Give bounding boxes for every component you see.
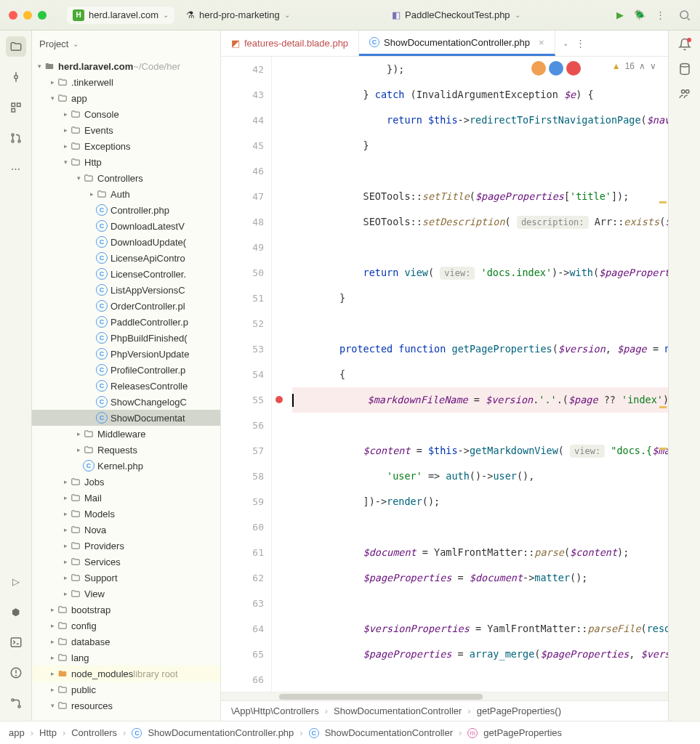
close-window[interactable] [9, 11, 17, 20]
pull-requests-icon[interactable] [6, 128, 26, 148]
notifications-icon[interactable] [678, 38, 691, 51]
commit-tool-icon[interactable] [6, 67, 26, 87]
tab-features-blade[interactable]: ◩ features-detail.blade.php [221, 31, 359, 56]
crumb-item[interactable]: Http [39, 727, 57, 738]
tree-item[interactable]: ▸Auth [32, 186, 220, 202]
tree-item[interactable]: ▸Providers [32, 538, 220, 554]
tree-item[interactable]: ▸bootstrap [32, 602, 220, 618]
current-run-config[interactable]: ◧ PaddleCheckoutTest.php ⌄ [302, 9, 611, 20]
tree-item[interactable]: CPaddleController.p [32, 314, 220, 330]
tree-item[interactable]: ▸public [32, 682, 220, 698]
chevron-down-icon: ⌄ [73, 40, 79, 48]
tree-item[interactable]: ▾Http [32, 154, 220, 170]
svg-point-18 [681, 90, 685, 94]
breakpoint-column[interactable] [272, 57, 286, 692]
tree-item[interactable]: ▸Events [32, 122, 220, 138]
tree-item[interactable]: CReleasesControlle [32, 378, 220, 394]
collab-avatars [531, 61, 581, 76]
tree-item[interactable]: CShowChangelogC [32, 394, 220, 410]
tree-item[interactable]: CDownloadUpdate( [32, 234, 220, 250]
minimap[interactable] [658, 84, 668, 670]
minimize-window[interactable] [23, 11, 32, 20]
tree-item[interactable]: ▸Exceptions [32, 138, 220, 154]
code-content[interactable]: }); } catch (InvalidArgumentException $e… [286, 57, 668, 692]
prev-icon[interactable]: ∧ [639, 61, 645, 71]
crumb-item[interactable]: getPageProperties [483, 727, 562, 738]
tree-item[interactable]: CLicenseController. [32, 266, 220, 282]
tree-item[interactable]: ▸node_modules library root [32, 666, 220, 682]
tree-item[interactable]: ▸Requests [32, 442, 220, 458]
more-tool-icon[interactable]: ⋯ [6, 158, 26, 179]
tree-item[interactable]: CDownloadLatestV [32, 218, 220, 234]
tree-item[interactable]: CController.php [32, 202, 220, 218]
svg-point-0 [680, 11, 688, 19]
tree-item[interactable]: ▸Console [32, 106, 220, 122]
tree-item[interactable]: ▸Services [32, 554, 220, 570]
tree-item[interactable]: CLicenseApiContro [32, 250, 220, 266]
tree-item[interactable]: ▸Models [32, 506, 220, 522]
tree-item[interactable]: ▸config [32, 618, 220, 634]
tree-item[interactable]: ▸Nova [32, 522, 220, 538]
tree-item[interactable]: ▸Jobs [32, 474, 220, 490]
tree-item[interactable]: ▾resources [32, 698, 220, 713]
close-icon[interactable]: × [539, 37, 544, 48]
left-tool-strip: ⋯ ▷ ⬢ [0, 31, 32, 721]
more-icon[interactable]: ⋮ [656, 9, 665, 20]
run-icon[interactable]: ▶ [616, 9, 624, 20]
crumb-method[interactable]: getPageProperties() [477, 705, 561, 716]
tree-item[interactable]: ▸Support [32, 570, 220, 586]
crumb-item[interactable]: ShowDocumentationController [325, 727, 453, 738]
debug-icon[interactable]: 🪲 [634, 9, 645, 20]
tree-item[interactable]: CKernel.php [32, 458, 220, 474]
tree-item[interactable]: CShowDocumentat [32, 410, 220, 426]
inspection-bar[interactable]: ▲ 16 ∧ ∨ [612, 61, 656, 71]
project-header[interactable]: Project ⌄ [32, 31, 220, 57]
project-name: herd.laravel.com [89, 9, 158, 20]
search-icon[interactable] [678, 9, 691, 22]
tree-item[interactable]: CPhpVersionUpdate [32, 346, 220, 362]
crumb-item[interactable]: ShowDocumentationController.php [148, 727, 294, 738]
project-icon: H [73, 9, 84, 21]
class-icon: C [369, 37, 379, 47]
editor-breadcrumb[interactable]: \App\Http\Controllers› ShowDocumentation… [221, 700, 668, 721]
vcs-tool-icon[interactable] [6, 693, 26, 713]
window-controls [9, 11, 47, 20]
code-with-me-icon[interactable] [678, 87, 691, 100]
tab-show-documentation[interactable]: C ShowDocumentationController.php × [359, 31, 555, 56]
tree-item[interactable]: CListAppVersionsC [32, 282, 220, 298]
tree-item[interactable]: ▸lang [32, 650, 220, 666]
crumb-item[interactable]: Controllers [71, 727, 117, 738]
project-selector-1[interactable]: H herd.laravel.com ⌄ [67, 7, 174, 24]
database-icon[interactable] [678, 62, 691, 76]
project-selector-2[interactable]: ⚗ herd-pro-marketing ⌄ [180, 7, 296, 23]
tree-item[interactable]: COrderController.pl [32, 298, 220, 314]
crumb-item[interactable]: app [9, 727, 25, 738]
terminal-tool-icon[interactable] [6, 632, 26, 652]
project-tree[interactable]: ▾herd.laravel.com ~/Code/her▸.tinkerwell… [32, 57, 220, 721]
tree-item[interactable]: CPhpBuildFinished( [32, 330, 220, 346]
code-area[interactable]: 4243444546474849505152535455565758596061… [221, 57, 668, 692]
more-icon[interactable]: ⋮ [576, 38, 585, 49]
problems-tool-icon[interactable] [6, 663, 26, 683]
tree-item[interactable]: CProfileController.p [32, 362, 220, 378]
maximize-window[interactable] [38, 11, 47, 20]
chevron-down-icon[interactable]: ⌄ [563, 39, 568, 47]
crumb-namespace[interactable]: \App\Http\Controllers [231, 705, 319, 716]
structure-tool-icon[interactable] [6, 97, 26, 118]
crumb-class[interactable]: ShowDocumentationController [334, 705, 462, 716]
tree-item[interactable]: ▸Middleware [32, 426, 220, 442]
tree-item[interactable]: ▾app [32, 90, 220, 106]
svg-point-8 [12, 134, 14, 136]
next-icon[interactable]: ∨ [650, 61, 656, 71]
horizontal-scrollbar[interactable] [221, 692, 668, 700]
services-tool-icon[interactable]: ⬢ [6, 602, 26, 622]
tab-label: features-detail.blade.php [244, 38, 348, 49]
tree-item[interactable]: ▸database [32, 634, 220, 650]
navigation-bar[interactable]: app› Http› Controllers› C ShowDocumentat… [0, 721, 700, 744]
tree-item[interactable]: ▾Controllers [32, 170, 220, 186]
tree-item[interactable]: ▸View [32, 586, 220, 602]
project-tool-icon[interactable] [6, 36, 26, 57]
run-tool-icon[interactable]: ▷ [6, 571, 26, 591]
tree-item[interactable]: ▸.tinkerwell [32, 74, 220, 90]
tree-item[interactable]: ▸Mail [32, 490, 220, 506]
